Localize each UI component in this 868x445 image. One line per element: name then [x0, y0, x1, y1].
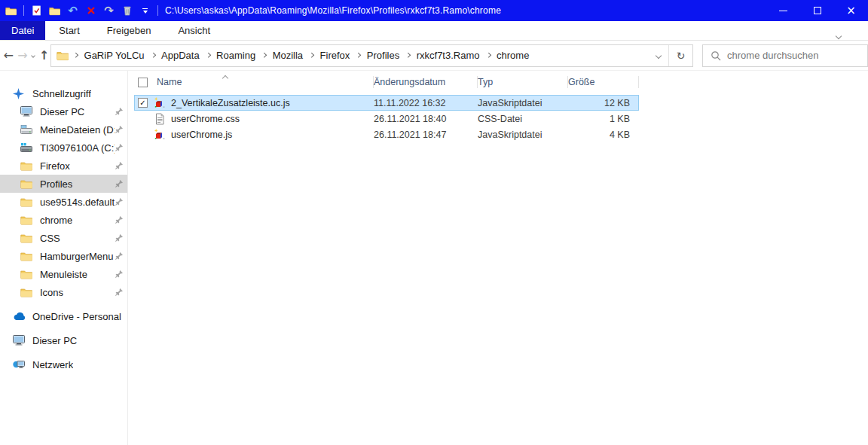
breadcrumb-roaming[interactable]: Roaming — [211, 50, 261, 61]
tab-start[interactable]: Start — [45, 21, 93, 40]
address-bar[interactable]: GaRiP YoLCu AppData Roaming Mozilla Fire… — [50, 44, 693, 67]
file-size: 1 KB — [568, 114, 639, 124]
breadcrumb-profiles[interactable]: Profiles — [362, 50, 405, 61]
pin-icon — [115, 197, 124, 206]
sidebar-item-label: Netzwerk — [32, 359, 73, 370]
pin-icon — [115, 161, 124, 170]
breadcrumb-chevron-icon[interactable] — [405, 53, 411, 57]
column-header-size[interactable]: Größe — [568, 71, 639, 93]
pin-icon — [115, 215, 124, 224]
sidebar-item-label: Schnellzugriff — [32, 88, 91, 99]
column-header-row: Name Änderungsdatum Typ Größe — [134, 71, 639, 93]
breadcrumb-chevron-icon[interactable] — [72, 53, 79, 57]
column-header-name[interactable]: Name — [154, 71, 374, 93]
sidebar-item-meinedateien-d[interactable]: MeineDateien (D:) — [0, 120, 127, 139]
pin-icon — [115, 125, 124, 134]
sidebar-item-menuleiste[interactable]: Menuleiste — [0, 265, 127, 283]
sidebar-item-dieser-pc[interactable]: Dieser PC — [0, 331, 127, 349]
file-row[interactable]: userChrome.css 26.11.2021 18:40 CSS-Date… — [134, 111, 639, 126]
window-title-path: C:\Users\askas\AppData\Roaming\Mozilla\F… — [165, 5, 501, 16]
drive-icon — [20, 123, 34, 136]
refresh-icon[interactable]: ↻ — [669, 50, 692, 62]
pin-icon — [115, 288, 124, 297]
recent-locations-chevron-icon[interactable] — [29, 54, 38, 57]
js-file-icon — [154, 97, 166, 109]
sidebar-item-onedrive[interactable]: OneDrive - Personal — [0, 307, 127, 325]
breadcrumb-chevron-icon[interactable] — [150, 53, 157, 57]
tab-ansicht[interactable]: Ansicht — [164, 21, 224, 40]
network-icon — [13, 358, 26, 370]
file-rows: ✓ 2_VertikaleZusatzleiste.uc.js 11.11.20… — [134, 95, 639, 142]
breadcrumb-appdata[interactable]: AppData — [156, 50, 205, 61]
folder-icon — [20, 250, 34, 262]
sidebar-item-css[interactable]: CSS — [0, 229, 127, 247]
file-size: 4 KB — [568, 130, 639, 140]
sidebar-item-label: Dieser PC — [32, 335, 77, 346]
select-all-checkbox[interactable] — [134, 71, 154, 93]
customize-toolbar-icon[interactable] — [138, 3, 152, 18]
file-row[interactable]: userChrome.js 26.11.2021 18:47 JavaSkrip… — [134, 126, 639, 142]
file-type: CSS-Datei — [478, 114, 568, 124]
breadcrumb-chevron-icon[interactable] — [355, 53, 362, 57]
back-button[interactable]: ← — [2, 48, 16, 62]
sidebar-item-hamburgermenu[interactable]: HamburgerMenu — [0, 247, 127, 265]
properties-icon[interactable] — [29, 3, 44, 18]
row-checkbox-checked[interactable]: ✓ — [138, 98, 148, 108]
expand-ribbon-chevron-icon[interactable] — [836, 28, 841, 41]
tab-datei[interactable]: Datei — [0, 21, 45, 40]
window-controls: × — [766, 0, 868, 21]
search-input[interactable] — [727, 50, 867, 61]
sidebar-item-schnellzugriff[interactable]: Schnellzugriff — [0, 84, 127, 102]
sidebar-item-default-release-profile[interactable]: use9514s.default-rel — [0, 193, 127, 211]
toolbar-separator — [157, 5, 158, 16]
folder-icon — [20, 286, 34, 298]
column-header-date[interactable]: Änderungsdatum — [374, 71, 478, 93]
search-box[interactable] — [702, 44, 868, 67]
breadcrumb-mozilla[interactable]: Mozilla — [267, 50, 308, 61]
column-header-type[interactable]: Typ — [478, 71, 568, 93]
file-row-selected[interactable]: ✓ 2_VertikaleZusatzleiste.uc.js 11.11.20… — [134, 95, 639, 111]
sidebar-item-system-drive-c[interactable]: TI30976100A (C:) — [0, 139, 127, 157]
sidebar-item-label: use9514s.default-rel — [40, 197, 115, 208]
pin-icon — [115, 107, 124, 116]
file-date: 26.11.2021 18:47 — [374, 130, 478, 140]
maximize-button[interactable] — [800, 0, 834, 21]
sidebar-item-profiles[interactable]: Profiles — [0, 175, 127, 193]
breadcrumb-chevron-icon[interactable] — [261, 53, 267, 57]
pin-icon — [115, 179, 124, 188]
app-folder-icon[interactable] — [4, 3, 18, 18]
new-folder-icon[interactable] — [47, 3, 62, 18]
delete-icon[interactable] — [84, 3, 98, 18]
navigation-pane: Schnellzugriff Dieser PC MeineDateien (D… — [0, 71, 128, 445]
minimize-button[interactable] — [766, 0, 800, 21]
breadcrumb-firefox[interactable]: Firefox — [315, 50, 356, 61]
sidebar-item-chrome[interactable]: chrome — [0, 211, 127, 229]
address-history-chevron-icon[interactable] — [649, 53, 668, 58]
sidebar-item-firefox[interactable]: Firefox — [0, 157, 127, 175]
sidebar-item-icons[interactable]: Icons — [0, 283, 127, 301]
breadcrumb-profile-folder[interactable]: rxkcf7t3.Ramo — [411, 50, 485, 61]
sidebar-item-dieser-pc-pinned[interactable]: Dieser PC — [0, 102, 127, 120]
file-list-pane: Name Änderungsdatum Typ Größe ✓ 2_Vertik… — [128, 71, 868, 445]
breadcrumb-chrome[interactable]: chrome — [491, 50, 534, 61]
file-date: 11.11.2022 16:32 — [374, 98, 478, 108]
recycle-bin-icon[interactable] — [120, 3, 134, 18]
sidebar-item-label: TI30976100A (C:) — [40, 142, 115, 154]
up-button[interactable]: ↑ — [38, 48, 50, 62]
tab-freigeben[interactable]: Freigeben — [93, 21, 165, 40]
sidebar-item-netzwerk[interactable]: Netzwerk — [0, 355, 127, 373]
breadcrumb-garip-yolcu[interactable]: GaRiP YoLCu — [79, 50, 150, 61]
close-button[interactable]: × — [834, 0, 868, 21]
breadcrumb-folder-icon[interactable] — [57, 50, 69, 61]
forward-button[interactable]: → — [16, 48, 30, 62]
breadcrumb-chevron-icon[interactable] — [308, 53, 315, 57]
redo-icon[interactable]: ↷ — [102, 3, 116, 18]
explorer-window: ↶ ↷ C:\Users\askas\AppData\Roaming\Mozil… — [0, 0, 868, 445]
undo-icon[interactable]: ↶ — [66, 3, 80, 18]
breadcrumb-chevron-icon[interactable] — [205, 53, 212, 57]
file-date: 26.11.2021 18:40 — [374, 114, 478, 124]
sidebar-item-label: CSS — [40, 233, 60, 244]
navigation-toolbar: ← → ↑ GaRiP YoLCu AppData Roaming Mozill… — [0, 41, 868, 71]
breadcrumb-chevron-icon[interactable] — [485, 53, 492, 57]
js-file-icon — [154, 129, 166, 141]
